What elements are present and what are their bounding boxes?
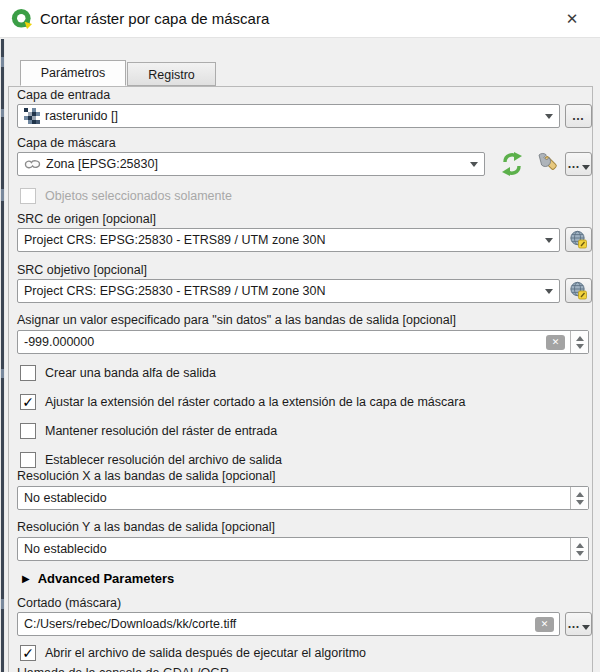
target-crs-label: SRC objetivo [opcional] <box>17 263 147 278</box>
tab-parametros-label: Parámetros <box>41 66 106 80</box>
set-resolution-label: Establecer resolución del archivo de sal… <box>45 453 282 467</box>
clip-raster-dialog: Cortar ráster por capa de máscara ✕ Pará… <box>0 0 600 672</box>
spin-buttons[interactable] <box>570 538 588 560</box>
input-layer-value: rasterunido [] <box>45 109 118 123</box>
globe-crs-icon <box>569 281 588 300</box>
target-crs-value: Project CRS: EPSG:25830 - ETRS89 / UTM z… <box>24 284 326 298</box>
keep-resolution-checkbox-row: Mantener resolución del ráster de entrad… <box>20 423 277 439</box>
source-crs-combo[interactable]: Project CRS: EPSG:25830 - ETRS89 / UTM z… <box>17 228 560 252</box>
nodata-label: Asignar un valor especificado para "sin … <box>17 313 456 328</box>
advanced-parameters-toggle[interactable]: ▶ Advanced Parameters <box>22 571 174 586</box>
selected-only-label: Objetos seleccionados solamente <box>45 189 232 204</box>
set-resolution-checkbox[interactable] <box>20 452 36 468</box>
chevron-down-icon <box>545 114 553 119</box>
output-file-label: Cortado (máscara) <box>17 596 121 611</box>
source-crs-value: Project CRS: EPSG:25830 - ETRS89 / UTM z… <box>24 233 326 247</box>
output-file-input[interactable]: C:/Users/rebec/Downloads/kk/corte.tiff ✕ <box>17 612 560 636</box>
spin-down-icon[interactable] <box>576 500 584 505</box>
set-resolution-checkbox-row: Establecer resolución del archivo de sal… <box>20 452 282 468</box>
spin-up-icon[interactable] <box>576 543 584 548</box>
match-extent-checkbox-row: ✓ Ajustar la extensión del ráster cortad… <box>20 394 465 410</box>
clear-value-icon[interactable]: ✕ <box>535 617 554 632</box>
spin-down-icon[interactable] <box>576 551 584 556</box>
mask-layer-label: Capa de máscara <box>17 136 116 151</box>
match-extent-checkbox[interactable]: ✓ <box>20 394 36 410</box>
y-resolution-value: No establecido <box>18 542 570 556</box>
target-crs-select-button[interactable] <box>565 278 592 303</box>
chevron-down-icon <box>582 165 590 170</box>
collapsed-arrow-icon: ▶ <box>22 573 30 584</box>
spin-down-icon[interactable] <box>576 344 584 349</box>
nodata-value: -999.000000 <box>18 335 546 349</box>
alpha-band-label: Crear una banda alfa de salida <box>45 366 216 380</box>
output-file-value: C:/Users/rebec/Downloads/kk/corte.tiff <box>18 617 535 631</box>
close-button[interactable]: ✕ <box>558 8 586 30</box>
chevron-down-icon <box>545 289 553 294</box>
spin-buttons[interactable] <box>570 331 588 353</box>
chevron-down-icon <box>545 238 553 243</box>
dialog-title: Cortar ráster por capa de máscara <box>40 10 269 27</box>
y-resolution-spinbox[interactable]: No establecido <box>17 537 589 561</box>
ellipsis-icon: … <box>567 157 581 171</box>
wrench-settings-icon[interactable] <box>533 150 561 178</box>
mask-layer-value: Zona [EPSG:25830] <box>46 157 158 171</box>
spin-buttons[interactable] <box>570 487 588 509</box>
x-resolution-value: No establecido <box>18 491 570 505</box>
tab-registro-label: Registro <box>148 68 195 82</box>
chevron-down-icon <box>582 625 590 630</box>
mask-layer-combo[interactable]: Zona [EPSG:25830] <box>17 152 485 176</box>
ellipsis-icon: … <box>572 109 586 123</box>
source-crs-select-button[interactable] <box>565 227 592 252</box>
globe-crs-icon <box>569 230 588 249</box>
alpha-band-checkbox-row: Crear una banda alfa de salida <box>20 365 216 381</box>
spin-up-icon[interactable] <box>576 336 584 341</box>
advanced-parameters-label: Advanced Parameters <box>38 571 175 586</box>
polygon-layer-icon <box>24 158 41 170</box>
alpha-band-checkbox[interactable] <box>20 365 36 381</box>
input-layer-label: Capa de entrada <box>17 88 110 103</box>
chevron-down-icon <box>470 162 478 167</box>
input-layer-combo[interactable]: rasterunido [] <box>17 104 560 128</box>
keep-resolution-label: Mantener resolución del ráster de entrad… <box>45 424 277 438</box>
match-extent-label: Ajustar la extensión del ráster cortado … <box>45 395 465 409</box>
selected-only-checkbox[interactable] <box>20 188 36 204</box>
input-layer-browse-button[interactable]: … <box>565 104 592 128</box>
target-crs-combo[interactable]: Project CRS: EPSG:25830 - ETRS89 / UTM z… <box>17 279 560 303</box>
selected-only-checkbox-row: Objetos seleccionados solamente <box>20 188 232 204</box>
y-resolution-label: Resolución Y a las bandas de salida [opc… <box>17 520 275 535</box>
spin-up-icon[interactable] <box>576 492 584 497</box>
nodata-spinbox[interactable]: -999.000000 ✕ <box>17 330 589 354</box>
x-resolution-label: Resolución X a las bandas de salida [opc… <box>17 469 276 484</box>
open-output-checkbox-row: ✓ Abrir el archivo de salida después de … <box>20 645 366 661</box>
raster-layer-icon <box>24 108 40 124</box>
open-output-label: Abrir el archivo de salida después de ej… <box>45 646 366 660</box>
open-output-checkbox[interactable]: ✓ <box>20 645 36 661</box>
iterate-over-layer-icon[interactable] <box>496 150 528 178</box>
source-crs-label: SRC de origen [opcional] <box>17 212 156 227</box>
x-resolution-spinbox[interactable]: No establecido <box>17 486 589 510</box>
title-bar: Cortar ráster por capa de máscara ✕ <box>0 0 600 38</box>
clear-value-icon[interactable]: ✕ <box>546 335 565 350</box>
ellipsis-icon: … <box>567 617 581 631</box>
underlying-window-edge <box>0 39 5 672</box>
keep-resolution-checkbox[interactable] <box>20 423 36 439</box>
qgis-logo-icon <box>11 8 33 30</box>
gdal-console-call-label: Llamada de la consola de GDAL/OGR <box>17 666 229 672</box>
mask-layer-browse-button[interactable]: … <box>565 152 592 176</box>
output-file-browse-button[interactable]: … <box>565 612 592 636</box>
tab-parametros[interactable]: Parámetros <box>20 60 126 86</box>
tab-registro[interactable]: Registro <box>127 62 216 86</box>
